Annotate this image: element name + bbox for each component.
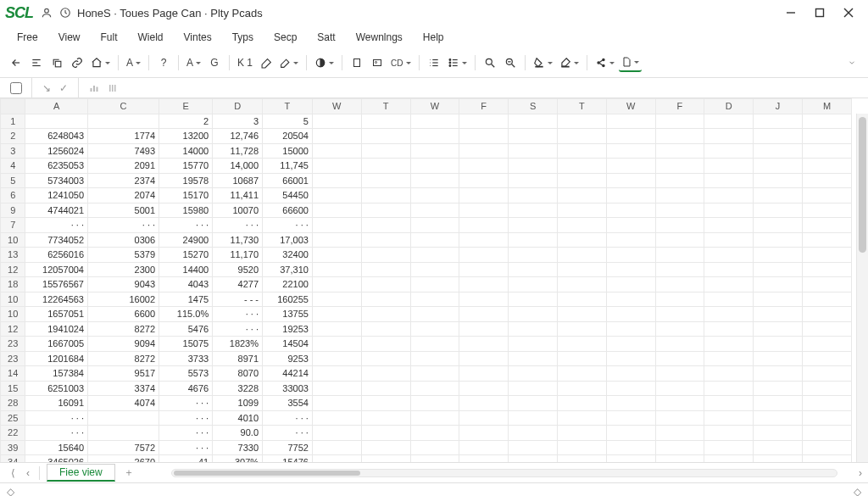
cell[interactable] bbox=[361, 277, 410, 293]
cell[interactable] bbox=[803, 366, 852, 382]
zoom-out-icon[interactable] bbox=[501, 53, 520, 72]
cell[interactable] bbox=[459, 337, 509, 352]
column-header[interactable]: T bbox=[557, 99, 606, 114]
maximize-button[interactable] bbox=[805, 1, 834, 25]
cell[interactable] bbox=[754, 410, 803, 426]
cell[interactable]: 5 bbox=[263, 114, 313, 129]
cell[interactable]: 2 bbox=[159, 114, 213, 129]
cell[interactable] bbox=[557, 129, 606, 144]
list-bullet-dropdown[interactable] bbox=[445, 53, 470, 72]
tab-nav-first-icon[interactable]: ⟨ bbox=[5, 465, 20, 481]
cell[interactable]: 90.0 bbox=[213, 426, 263, 441]
menu-free[interactable]: Free bbox=[8, 29, 47, 46]
cell[interactable]: 4744021 bbox=[25, 203, 88, 218]
cell[interactable] bbox=[803, 143, 852, 159]
cell[interactable]: 157384 bbox=[25, 366, 88, 382]
cell[interactable] bbox=[312, 366, 361, 382]
cell[interactable]: 1823% bbox=[213, 337, 263, 352]
cell[interactable]: 37,310 bbox=[263, 262, 313, 277]
cell[interactable] bbox=[803, 203, 852, 218]
cell[interactable] bbox=[606, 218, 655, 233]
cancel-formula-icon[interactable]: ↘ bbox=[42, 82, 51, 94]
cell[interactable] bbox=[557, 218, 606, 233]
cell[interactable] bbox=[704, 232, 754, 248]
cell[interactable]: 6251003 bbox=[25, 381, 88, 396]
cell[interactable] bbox=[410, 440, 459, 455]
cell[interactable] bbox=[803, 321, 852, 337]
menu-vintes[interactable]: Vintes bbox=[175, 29, 220, 46]
cell[interactable] bbox=[606, 143, 655, 159]
cell[interactable] bbox=[361, 321, 410, 337]
cell[interactable] bbox=[754, 143, 803, 159]
cell[interactable] bbox=[509, 396, 558, 411]
status-right-icon[interactable]: ◇ bbox=[854, 486, 861, 496]
cell[interactable]: - - - bbox=[213, 292, 263, 307]
back-button[interactable] bbox=[7, 53, 25, 72]
cell[interactable]: · · · bbox=[213, 321, 263, 337]
row-header[interactable]: 15 bbox=[1, 381, 25, 396]
cell[interactable] bbox=[410, 455, 459, 464]
cell[interactable]: 2091 bbox=[88, 159, 159, 174]
cell[interactable] bbox=[655, 426, 704, 441]
cell[interactable] bbox=[410, 396, 459, 411]
cell[interactable] bbox=[557, 232, 606, 248]
cell[interactable] bbox=[754, 396, 803, 411]
cell[interactable] bbox=[410, 426, 459, 441]
cell[interactable] bbox=[606, 173, 655, 188]
cell[interactable] bbox=[754, 381, 803, 396]
select-all-checkbox[interactable] bbox=[10, 82, 22, 94]
cell[interactable] bbox=[459, 188, 509, 203]
row-header[interactable]: 5 bbox=[1, 173, 25, 188]
cell[interactable] bbox=[655, 366, 704, 382]
cell[interactable]: 9043 bbox=[88, 277, 159, 293]
cell[interactable] bbox=[312, 337, 361, 352]
cell[interactable] bbox=[557, 277, 606, 293]
cell[interactable] bbox=[606, 410, 655, 426]
cell[interactable] bbox=[655, 455, 704, 464]
cell[interactable] bbox=[459, 410, 509, 426]
cell[interactable] bbox=[459, 366, 509, 382]
row-header[interactable]: 10 bbox=[1, 292, 25, 307]
cell[interactable] bbox=[361, 159, 410, 174]
cell[interactable]: · · · bbox=[159, 396, 213, 411]
cell[interactable] bbox=[509, 381, 558, 396]
cell[interactable] bbox=[312, 292, 361, 307]
help-icon[interactable]: ? bbox=[154, 53, 173, 72]
cell[interactable] bbox=[509, 366, 558, 382]
cell[interactable] bbox=[509, 218, 558, 233]
cell[interactable] bbox=[803, 410, 852, 426]
cell[interactable] bbox=[754, 337, 803, 352]
cell[interactable]: -307% bbox=[213, 455, 263, 464]
cell[interactable] bbox=[509, 337, 558, 352]
cell[interactable] bbox=[312, 381, 361, 396]
close-button[interactable] bbox=[834, 1, 863, 25]
cell[interactable] bbox=[557, 143, 606, 159]
cell[interactable] bbox=[606, 351, 655, 366]
cell[interactable] bbox=[557, 292, 606, 307]
row-header[interactable]: 23 bbox=[1, 337, 25, 352]
cell[interactable] bbox=[704, 292, 754, 307]
cell[interactable]: 2074 bbox=[88, 188, 159, 203]
cell[interactable] bbox=[557, 396, 606, 411]
cell[interactable]: 33003 bbox=[263, 381, 313, 396]
minimize-button[interactable] bbox=[776, 1, 805, 25]
cell[interactable] bbox=[410, 218, 459, 233]
cell[interactable] bbox=[704, 455, 754, 464]
cell[interactable] bbox=[410, 143, 459, 159]
cell[interactable] bbox=[754, 188, 803, 203]
cell[interactable]: 1941024 bbox=[25, 321, 88, 337]
cell[interactable] bbox=[754, 114, 803, 129]
cell[interactable] bbox=[459, 114, 509, 129]
cell[interactable] bbox=[312, 426, 361, 441]
cell[interactable] bbox=[509, 262, 558, 277]
cell[interactable]: · · · bbox=[213, 218, 263, 233]
cell[interactable] bbox=[803, 129, 852, 144]
row-header[interactable]: 12 bbox=[1, 262, 25, 277]
cell[interactable] bbox=[459, 248, 509, 263]
cell[interactable] bbox=[361, 248, 410, 263]
cell[interactable] bbox=[655, 292, 704, 307]
cell[interactable] bbox=[361, 307, 410, 322]
cell[interactable] bbox=[361, 218, 410, 233]
cell[interactable] bbox=[361, 232, 410, 248]
user-icon[interactable] bbox=[40, 6, 53, 20]
